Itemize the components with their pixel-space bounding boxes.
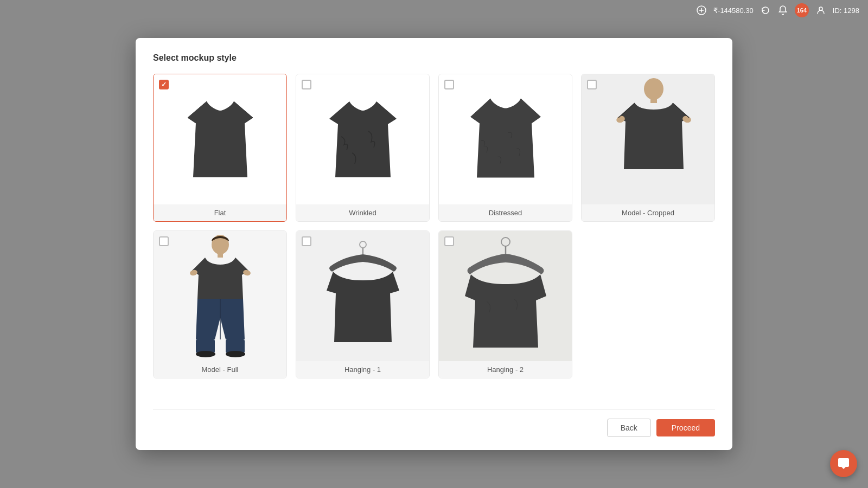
mockup-image-flat [154, 74, 286, 204]
checkbox-hanging-1[interactable] [302, 236, 311, 246]
mockup-image-wrinkled [296, 74, 429, 204]
mockup-label-flat: Flat [154, 204, 286, 221]
mockup-content-area: Flat Wrinkled [153, 74, 715, 399]
modal-footer: Back Proceed [153, 409, 715, 437]
mockup-image-hanging-2 [439, 231, 572, 361]
svg-point-4 [644, 78, 663, 100]
back-button[interactable]: Back [607, 419, 651, 437]
mockup-label-hanging-1: Hanging - 1 [296, 361, 429, 378]
svg-point-15 [196, 351, 215, 357]
checkbox-hanging-2[interactable] [444, 236, 454, 246]
mockup-label-model-full: Model - Full [154, 361, 286, 378]
mockup-card-flat[interactable]: Flat [153, 74, 287, 222]
svg-rect-5 [650, 98, 657, 103]
mockup-row-1: Flat Wrinkled [153, 74, 715, 222]
mockup-image-distressed [439, 74, 572, 204]
proceed-button[interactable]: Proceed [656, 419, 715, 436]
select-mockup-modal: Select mockup style Flat [136, 38, 732, 450]
mockup-card-model-full[interactable]: Model - Full [153, 230, 287, 378]
mockup-label-wrinkled: Wrinkled [296, 204, 429, 221]
modal-overlay: Select mockup style Flat [0, 0, 868, 488]
mockup-image-hanging-1 [296, 231, 429, 361]
chat-bubble[interactable] [830, 450, 857, 477]
mockup-card-model-cropped[interactable]: Model - Cropped [581, 74, 715, 222]
mockup-label-model-cropped: Model - Cropped [582, 204, 714, 221]
svg-point-16 [226, 351, 245, 357]
mockup-card-hanging-1[interactable]: Hanging - 1 [296, 230, 430, 378]
checkbox-distressed[interactable] [444, 80, 454, 89]
svg-point-17 [360, 241, 366, 248]
checkbox-flat[interactable] [159, 80, 169, 89]
modal-title: Select mockup style [153, 53, 715, 63]
checkbox-model-full[interactable] [159, 236, 169, 246]
mockup-row-2: Model - Full [153, 230, 715, 378]
mockup-card-wrinkled[interactable]: Wrinkled [296, 74, 430, 222]
mockup-card-distressed[interactable]: Distressed [438, 74, 572, 222]
mockup-image-model-cropped [582, 74, 714, 204]
svg-point-19 [501, 237, 510, 246]
mockup-label-distressed: Distressed [439, 204, 572, 221]
mockup-label-hanging-2: Hanging - 2 [439, 361, 572, 378]
checkbox-wrinkled[interactable] [302, 80, 311, 89]
checkbox-model-cropped[interactable] [587, 80, 597, 89]
mockup-image-model-full [154, 231, 286, 361]
mockup-card-hanging-2[interactable]: Hanging - 2 [438, 230, 572, 378]
svg-rect-9 [218, 253, 223, 258]
